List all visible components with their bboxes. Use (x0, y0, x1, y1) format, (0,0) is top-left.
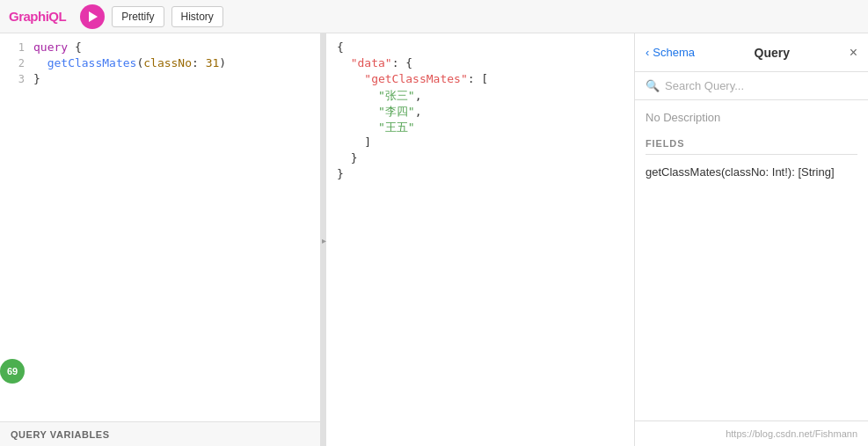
search-icon: 🔍 (646, 79, 660, 92)
code-content: query { (33, 40, 82, 54)
pane-resizer[interactable] (321, 33, 326, 446)
schema-header: ‹ Schema Query × (635, 33, 868, 72)
line-number: 1 (7, 41, 25, 54)
schema-search-input[interactable] (665, 79, 857, 92)
schema-back-button[interactable]: ‹ Schema (646, 46, 695, 59)
code-line: 2 getClassMates(classNo: 31) (0, 56, 320, 72)
query-variables-bar[interactable]: Query Variables (0, 421, 320, 446)
schema-close-button[interactable]: × (850, 46, 857, 60)
schema-field-item[interactable]: getClassMates(classNo: Int!): [String] (646, 164, 857, 182)
schema-body: No Description FIELDS getClassMates(clas… (635, 100, 868, 420)
schema-search-bar: 🔍 (635, 72, 868, 100)
field-signature: (classNo: Int!): [String] (721, 165, 835, 179)
result-line: "getClassMates": [ (326, 72, 634, 88)
badge: 69 (0, 359, 25, 384)
code-content: getClassMates(classNo: 31) (33, 56, 226, 69)
app-logo: GraphiQL (9, 9, 66, 24)
fields-label: FIELDS (646, 138, 857, 155)
footer-url: https://blog.csdn.net/Fishmann (726, 428, 857, 439)
history-button[interactable]: History (171, 6, 223, 27)
result-pane: { "data": { "getClassMates": [ "张三", "李四… (326, 33, 635, 446)
run-button[interactable] (80, 4, 105, 29)
schema-footer: https://blog.csdn.net/Fishmann (635, 420, 868, 446)
prettify-button[interactable]: Prettify (112, 6, 164, 27)
schema-back-label: Schema (653, 46, 695, 59)
editor-pane: 69 1 query { 2 getClassMates(classNo: 31… (0, 33, 321, 446)
main-content: 69 1 query { 2 getClassMates(classNo: 31… (0, 33, 868, 446)
result-line: { (326, 40, 634, 56)
line-number: 3 (7, 73, 25, 85)
result-line: ] (326, 135, 634, 151)
code-content: } (33, 72, 40, 85)
schema-no-description: No Description (646, 111, 857, 124)
code-line: 3 } (0, 72, 320, 88)
query-variables-label: Query Variables (11, 429, 110, 440)
result-line: "李四", (326, 104, 634, 120)
result-line: "data": { (326, 56, 634, 72)
code-line: 1 query { (0, 40, 320, 56)
chevron-left-icon: ‹ (646, 46, 649, 59)
query-editor[interactable]: 1 query { 2 getClassMates(classNo: 31) 3… (0, 33, 320, 421)
toolbar: GraphiQL Prettify History (0, 0, 868, 33)
schema-panel: ‹ Schema Query × 🔍 No Description FIELDS… (635, 33, 868, 446)
result-line: } (326, 151, 634, 167)
schema-panel-title: Query (695, 46, 850, 60)
result-line: "王五" (326, 120, 634, 135)
line-number: 2 (7, 57, 25, 69)
field-name: getClassMates (646, 165, 721, 179)
result-line: } (326, 167, 634, 183)
svg-marker-0 (89, 11, 98, 22)
result-line: "张三", (326, 88, 634, 104)
